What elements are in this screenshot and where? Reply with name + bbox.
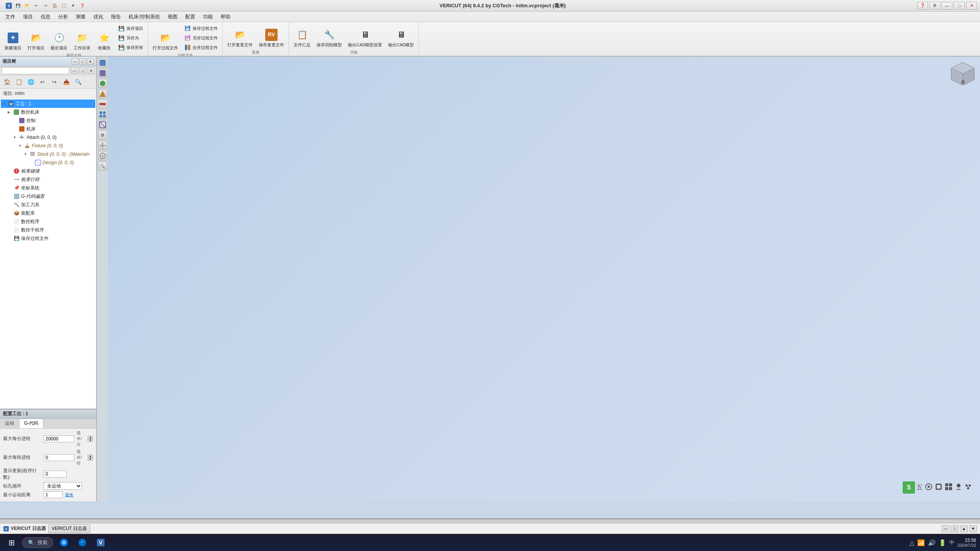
taskbar-battery-icon[interactable]: 🔋 <box>939 539 946 546</box>
strip-btn-2[interactable] <box>98 68 107 78</box>
app-logo-btn[interactable]: V <box>5 2 13 10</box>
menu-config[interactable]: 配置 <box>181 12 199 22</box>
config-spin-down-max-rev[interactable]: ▼ <box>88 458 93 461</box>
sidebar-close-btn[interactable]: ✕ <box>87 59 94 65</box>
strip-btn-7[interactable] <box>98 120 107 129</box>
save-all-btn[interactable]: 💾 保存所有 <box>116 43 145 52</box>
sidebar-search-close-btn[interactable]: ✕ <box>88 68 95 74</box>
taskbar-vericut-btn[interactable]: V <box>93 536 108 549</box>
work-dir-btn[interactable]: 📁 工作目录 <box>71 29 93 52</box>
maximize-btn[interactable]: □ <box>954 2 965 10</box>
quick-undo-btn[interactable]: ↩ <box>32 2 41 10</box>
quick-qa2-btn[interactable]: 📋 <box>60 2 68 10</box>
menu-view[interactable]: 视图 <box>164 12 181 22</box>
minimize-btn[interactable]: — <box>942 2 952 10</box>
vp-tool-3[interactable] <box>935 483 942 492</box>
strip-btn-10[interactable] <box>98 151 107 160</box>
menu-optimize[interactable]: 优化 <box>90 12 107 22</box>
menu-project[interactable]: 项目 <box>19 12 37 22</box>
sidebar-undo-btn[interactable]: ↩ <box>37 77 48 87</box>
strip-btn-8[interactable]: ⚙ <box>98 130 107 140</box>
sidebar-redo-btn[interactable]: ↪ <box>49 77 60 87</box>
log-scroll-down-btn[interactable]: ▼ <box>969 525 977 532</box>
menu-help[interactable]: 帮助 <box>217 12 234 22</box>
taskbar-up-arrow[interactable]: △ <box>910 539 914 546</box>
quick-dropdown-btn[interactable]: ▼ <box>69 2 77 10</box>
tree-nc-prog[interactable]: ▶ 📄 数控程序 <box>6 217 95 226</box>
tree-travel[interactable]: ▶ 检查行程 <box>6 175 95 184</box>
open-review-btn[interactable]: 📂 打开复查文件 <box>225 26 255 49</box>
new-project-btn[interactable]: + 新建项目 <box>2 29 24 52</box>
sidebar-float-btn[interactable]: □ <box>79 59 86 65</box>
sidebar-search-btn[interactable]: 🔍 <box>73 77 83 87</box>
file-summary-btn[interactable]: 📋 文件汇总 <box>291 26 313 49</box>
vp-tool-6[interactable] <box>965 483 972 492</box>
tree-cnc[interactable]: ▶ 数控机床 <box>6 108 95 116</box>
recent-project-btn[interactable]: 🕐 最近项目 <box>48 29 70 52</box>
quick-open-btn[interactable]: 📂 <box>23 2 31 10</box>
output-cad-btn[interactable]: 🖥 输出CAD模型 <box>386 26 416 49</box>
log-min-btn[interactable]: — <box>942 525 949 532</box>
settings-btn[interactable]: ⚙ <box>929 2 940 10</box>
taskbar-search[interactable]: 🔍 搜索 <box>22 537 53 548</box>
log-pop-btn[interactable]: □ <box>951 525 959 532</box>
tree-machine[interactable]: ▶ 机床 <box>11 125 95 133</box>
quick-help-btn[interactable]: ❓ <box>78 2 87 10</box>
taskbar-start-btn[interactable]: ⊞ <box>4 536 19 549</box>
taskbar-browser-btn[interactable] <box>56 536 72 549</box>
vp-tool-2[interactable] <box>925 483 933 492</box>
taskbar-audio-icon[interactable]: 🔊 <box>928 539 936 546</box>
tree-assembly[interactable]: ▶ 📦 装配库 <box>6 209 95 217</box>
tree-attach[interactable]: ▼ Attach (0, 0, 0) <box>11 133 95 142</box>
config-input-max-feed[interactable] <box>44 435 74 442</box>
taskbar-edge-btn[interactable] <box>75 536 90 549</box>
config-tab-motion[interactable]: 运动 <box>0 419 19 428</box>
log-scroll-up-btn[interactable]: ▲ <box>960 525 968 532</box>
menu-info[interactable]: 信息 <box>37 12 54 22</box>
tree-save-process[interactable]: ▶ 💾 保存过程文件 <box>6 234 95 243</box>
save-cut-model-btn[interactable]: 🔧 保存切削模型 <box>314 26 344 49</box>
strip-btn-1[interactable] <box>98 58 107 67</box>
menu-machine[interactable]: 机床/控制系统 <box>125 12 164 22</box>
help-icon-btn[interactable]: ❓ <box>917 2 928 10</box>
sidebar-home-btn[interactable]: 🏠 <box>2 77 12 87</box>
vp-tool-5[interactable] <box>955 483 962 492</box>
merge-process-btn[interactable]: 合并过程文件 <box>182 43 220 52</box>
save-as-btn[interactable]: 💾 另存为 <box>116 33 145 42</box>
tree-stock[interactable]: ▼ Stock (0, 0, 0) : (Material= <box>22 150 95 158</box>
quick-qa1-btn[interactable]: 🏠 <box>51 2 59 10</box>
config-spin-up-max-rev[interactable]: ▲ <box>88 455 93 458</box>
close-btn[interactable]: ✕ <box>966 2 977 10</box>
strip-btn-6[interactable] <box>98 110 107 119</box>
tree-workstation[interactable]: ▼ W 工位 : 1 <box>1 99 95 108</box>
taskbar-network-icon[interactable]: 📶 <box>917 539 925 546</box>
taskbar-clock[interactable]: 15:56 2024/7/22 <box>957 538 976 548</box>
config-unit-min-move-link[interactable]: 毫米 <box>65 492 74 498</box>
strip-btn-4[interactable] <box>98 89 107 98</box>
menu-report[interactable]: 报告 <box>107 12 125 22</box>
tree-coord[interactable]: ▶ 📌 坐标系统 <box>6 184 95 192</box>
strip-btn-11[interactable]: 🔍 <box>98 161 107 171</box>
favorites-btn[interactable]: ⭐ 收藏夹 <box>94 29 114 52</box>
sidebar-search-max-btn[interactable]: □ <box>79 68 86 74</box>
tree-design[interactable]: ▶ Design (0, 0, 0) <box>28 158 95 167</box>
vp-tool-4[interactable] <box>945 483 952 492</box>
menu-analysis[interactable]: 分析 <box>54 12 72 22</box>
menu-file[interactable]: 文件 <box>2 12 19 22</box>
sidebar-minimize-btn[interactable]: — <box>72 59 78 65</box>
sidebar-export-btn[interactable]: 📤 <box>61 77 72 87</box>
sidebar-search-min-btn[interactable]: — <box>71 68 78 74</box>
config-select-drill[interactable]: 全运动 简化运动 <box>44 482 82 490</box>
taskbar-ime-icon[interactable]: 中 <box>949 539 954 546</box>
save-as-process-btn[interactable]: 另存过程文件 <box>182 33 220 42</box>
strip-btn-3[interactable] <box>98 79 107 88</box>
log-tab-button[interactable]: VERICUT 日志器 <box>48 524 90 533</box>
tree-collision[interactable]: ▶ ! 检查碰撞 <box>6 167 95 175</box>
quick-save-btn[interactable]: 💾 <box>14 2 22 10</box>
config-spin-down-max-feed[interactable]: ▼ <box>88 439 93 442</box>
sidebar-search-input[interactable] <box>2 67 69 74</box>
save-review-btn[interactable]: RV 保存复查文件 <box>256 26 286 49</box>
menu-function[interactable]: 功能 <box>199 12 217 22</box>
config-spin-up-max-feed[interactable]: ▲ <box>88 436 93 439</box>
vp-tool-1[interactable]: 五 <box>916 484 923 492</box>
